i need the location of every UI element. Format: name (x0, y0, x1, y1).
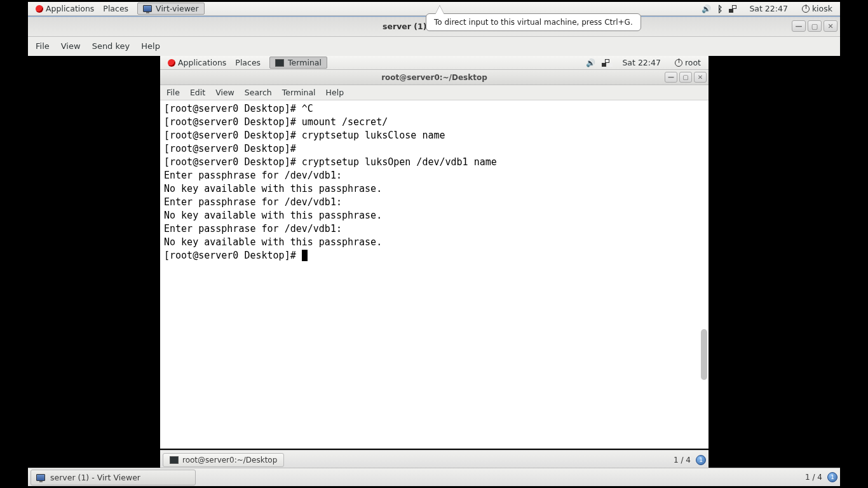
terminal-line: Enter passphrase for /dev/vdb1: (164, 196, 348, 208)
input-hint-tooltip: To direct input to this virtual machine,… (426, 13, 641, 31)
terminal-cursor (302, 250, 308, 261)
taskbar-entry-virt-viewer[interactable]: Virt-viewer (137, 3, 205, 15)
host-task-button-virt-viewer[interactable]: server (1) - Virt Viewer (31, 470, 196, 485)
terminal-line: [root@server0 Desktop]# ^C (164, 103, 313, 114)
host-pager-text: 1 / 4 (805, 473, 822, 482)
term-menu-search[interactable]: Search (245, 88, 272, 97)
guest-taskbar-entry-terminal[interactable]: Terminal (269, 57, 327, 69)
term-menu-terminal[interactable]: Terminal (282, 88, 316, 97)
vm-framebuffer[interactable]: Applications Places Terminal Sat 22:47 r… (0, 56, 868, 469)
host-task-text: server (1) - Virt Viewer (50, 473, 140, 482)
terminal-viewport[interactable]: [root@server0 Desktop]# ^C [root@server0… (160, 100, 709, 449)
terminal-title: root@server0:~/Desktop (381, 73, 487, 82)
terminal-line: No key available with this passphrase. (164, 210, 382, 221)
guest-task-label: Terminal (288, 58, 322, 67)
volume-icon[interactable] (702, 4, 711, 13)
guest-places-label: Places (235, 58, 261, 67)
terminal-line: Enter passphrase for /dev/vdb1: (164, 223, 348, 234)
terminal-line: No key available with this passphrase. (164, 183, 382, 194)
guest-top-panel: Applications Places Terminal Sat 22:47 r… (160, 56, 709, 70)
bluetooth-icon[interactable] (717, 4, 722, 14)
term-menu-edit[interactable]: Edit (190, 88, 205, 97)
redhat-icon (168, 59, 175, 67)
terminal-icon (275, 59, 284, 67)
monitor-icon (36, 474, 45, 481)
term-menu-file[interactable]: File (166, 88, 180, 97)
terminal-window: root@server0:~/Desktop — ▢ ✕ File Edit V… (160, 70, 709, 449)
places-menu[interactable]: Places (99, 3, 132, 15)
guest-volume-icon[interactable] (586, 58, 595, 67)
user-menu[interactable]: kiosk (798, 3, 836, 15)
terminal-menubar: File Edit View Search Terminal Help (160, 85, 709, 100)
minimize-button[interactable]: — (792, 20, 806, 32)
guest-task-button-terminal[interactable]: root@server0:~/Desktop (163, 453, 284, 467)
term-menu-view[interactable]: View (215, 88, 234, 97)
guest-applications-label: Applications (178, 58, 226, 67)
terminal-line: [root@server0 Desktop]# umount /secret/ (164, 116, 388, 128)
guest-network-icon[interactable] (602, 59, 612, 67)
power-icon (802, 5, 810, 13)
user-label: kiosk (812, 4, 832, 13)
terminal-line: [root@server0 Desktop]# (164, 143, 302, 154)
terminal-titlebar[interactable]: root@server0:~/Desktop — ▢ ✕ (160, 70, 709, 85)
maximize-button[interactable]: ▢ (808, 20, 822, 32)
monitor-icon (143, 5, 152, 12)
host-bottom-panel: server (1) - Virt Viewer 1 / 4 1 (28, 468, 840, 486)
clock-label: Sat 22:47 (749, 4, 788, 13)
guest-places-menu[interactable]: Places (231, 57, 264, 69)
menu-sendkey[interactable]: Send key (92, 41, 130, 51)
redhat-icon (36, 5, 43, 13)
terminal-line: Enter passphrase for /dev/vdb1: (164, 170, 348, 181)
task-label: Virt-viewer (156, 4, 199, 13)
terminal-line: [root@server0 Desktop]# (164, 250, 302, 261)
terminal-maximize-button[interactable]: ▢ (679, 72, 692, 83)
terminal-line: No key available with this passphrase. (164, 236, 382, 248)
guest-user-menu[interactable]: root (671, 57, 705, 69)
menu-view[interactable]: View (61, 41, 81, 51)
terminal-icon (170, 456, 179, 464)
tooltip-text: To direct input to this virtual machine,… (434, 18, 633, 27)
power-icon (675, 59, 682, 67)
guest-bottom-panel: root@server0:~/Desktop 1 / 4 1 (160, 450, 709, 469)
applications-label: Applications (46, 4, 94, 13)
clock[interactable]: Sat 22:47 (745, 3, 792, 15)
terminal-minimize-button[interactable]: — (665, 72, 677, 83)
terminal-line: [root@server0 Desktop]# cryptsetup luksO… (164, 156, 497, 168)
close-button[interactable]: ✕ (824, 20, 837, 32)
menu-help[interactable]: Help (141, 41, 160, 51)
guest-clock[interactable]: Sat 22:47 (618, 57, 665, 69)
terminal-line: [root@server0 Desktop]# cryptsetup luksC… (164, 130, 445, 141)
terminal-close-button[interactable]: ✕ (694, 72, 707, 83)
term-menu-help[interactable]: Help (326, 88, 344, 97)
guest-clock-label: Sat 22:47 (622, 58, 661, 67)
menu-file[interactable]: File (36, 41, 50, 51)
guest-applications-menu[interactable]: Applications (164, 57, 230, 69)
scrollbar-thumb[interactable] (701, 329, 707, 380)
guest-workspace-indicator[interactable]: 1 (696, 455, 706, 465)
network-icon[interactable] (729, 5, 739, 13)
places-label: Places (103, 4, 128, 13)
virt-viewer-menubar: File View Send key Help (28, 37, 840, 55)
applications-menu[interactable]: Applications (32, 3, 98, 15)
host-workspace-indicator[interactable]: 1 (827, 472, 837, 482)
guest-task-text: root@server0:~/Desktop (182, 456, 277, 464)
guest-user-label: root (685, 58, 701, 67)
guest-pager-text: 1 / 4 (674, 456, 691, 464)
